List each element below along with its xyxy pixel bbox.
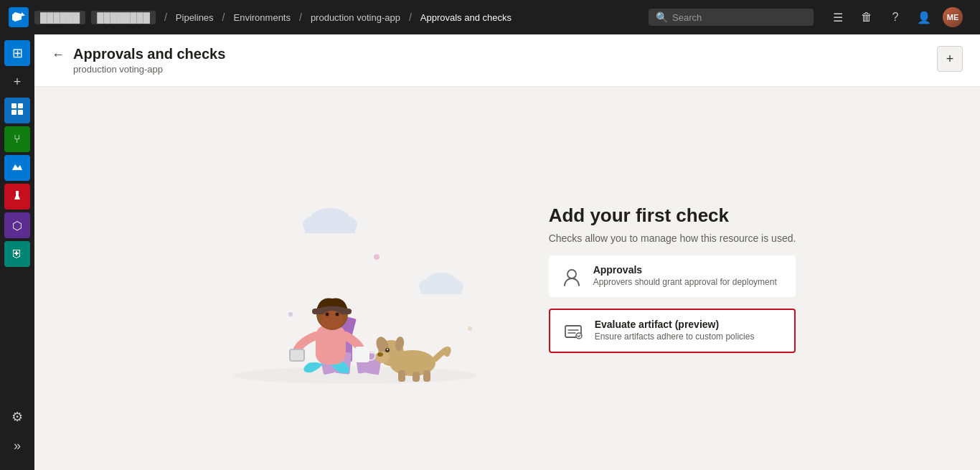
page-header: ← Approvals and checks production voting…: [34, 34, 980, 87]
add-icon: +: [14, 75, 22, 90]
sidebar-item-home[interactable]: ⊞: [4, 40, 30, 66]
check-item-evaluate-artifact[interactable]: Evaluate artifact (preview) Ensure artif…: [549, 309, 796, 353]
main-content: Add your first check Checks allow you to…: [34, 87, 980, 470]
svg-rect-0: [11, 103, 17, 108]
empty-state-subheading: Checks allow you to manage how this reso…: [549, 232, 796, 244]
illustration: [219, 171, 491, 386]
svg-point-15: [468, 326, 472, 331]
expand-icon: »: [14, 438, 21, 453]
notifications-icon[interactable]: ☰: [828, 7, 848, 27]
evaluate-artifact-text: Evaluate artifact (preview) Ensure artif…: [595, 319, 755, 342]
user-avatar[interactable]: ME: [943, 7, 963, 27]
org-name-1[interactable]: ██████: [34, 11, 85, 24]
breadcrumb-voting-app[interactable]: production voting-app: [311, 12, 400, 23]
breadcrumb-pipelines[interactable]: Pipelines: [176, 12, 214, 23]
account-icon[interactable]: 👤: [914, 7, 934, 27]
svg-point-33: [387, 349, 388, 350]
svg-rect-35: [413, 372, 420, 382]
svg-point-40: [321, 311, 344, 329]
pipelines-icon: [11, 160, 24, 176]
svg-rect-34: [398, 370, 405, 382]
breadcrumb-sep-2: /: [220, 11, 228, 23]
sidebar-item-artifacts[interactable]: ⬡: [4, 212, 30, 238]
page-title-wrap: Approvals and checks production voting-a…: [73, 46, 225, 75]
evaluate-artifact-title: Evaluate artifact (preview): [595, 319, 755, 330]
approvals-icon: [560, 265, 583, 288]
empty-state-heading: Add your first check: [549, 205, 796, 227]
svg-rect-3: [18, 110, 23, 115]
boards-icon: [11, 103, 24, 119]
breadcrumb-sep-3: /: [296, 11, 305, 23]
add-check-button[interactable]: +: [937, 46, 963, 72]
evaluate-artifact-desc: Ensure artifacts adhere to custom polici…: [595, 332, 755, 342]
page-header-left: ← Approvals and checks production voting…: [52, 46, 225, 75]
approvals-text: Approvals Approvers should grant approva…: [593, 264, 777, 287]
left-sidebar: ⊞ + ⑂: [0, 34, 34, 470]
artifacts-icon: ⬡: [12, 219, 22, 232]
sidebar-item-expand[interactable]: »: [4, 433, 30, 459]
svg-rect-45: [355, 347, 369, 362]
nav-icons: ☰ 🗑 ? 👤 ME: [819, 7, 971, 27]
svg-rect-12: [420, 285, 462, 294]
help-icon[interactable]: ?: [885, 7, 905, 27]
svg-rect-8: [305, 223, 355, 233]
approvals-title: Approvals: [593, 264, 777, 276]
testplans-icon: [11, 189, 24, 205]
sidebar-item-testplans[interactable]: [4, 184, 30, 210]
svg-rect-1: [18, 103, 23, 108]
search-bar[interactable]: 🔍: [649, 9, 814, 26]
svg-point-41: [325, 313, 329, 316]
svg-point-4: [233, 367, 477, 384]
sidebar-item-settings[interactable]: ⚙: [4, 404, 30, 430]
svg-rect-36: [423, 370, 430, 382]
svg-point-42: [335, 313, 339, 316]
sidebar-item-pipelines[interactable]: [4, 155, 30, 181]
search-input[interactable]: [672, 12, 806, 23]
breadcrumb-sep-4: /: [406, 11, 415, 23]
check-item-approvals[interactable]: Approvals Approvers should grant approva…: [549, 255, 796, 297]
empty-state-illustration: [219, 171, 491, 386]
sidebar-item-boards[interactable]: [4, 98, 30, 123]
settings-icon: ⚙: [11, 409, 23, 425]
svg-point-48: [576, 333, 582, 339]
svg-point-13: [374, 254, 380, 260]
svg-point-14: [288, 312, 293, 316]
evaluate-artifact-icon: [562, 320, 585, 343]
page-title: Approvals and checks: [73, 46, 225, 62]
breadcrumb-sep-1: /: [161, 11, 170, 23]
home-icon: ⊞: [12, 45, 23, 61]
breadcrumb-approvals[interactable]: Approvals and checks: [420, 12, 512, 23]
top-nav: ██████ ████████ / Pipelines / Environmen…: [0, 0, 980, 34]
sidebar-item-add[interactable]: +: [4, 69, 30, 95]
search-icon: 🔍: [656, 11, 668, 23]
sidebar-item-repos[interactable]: ⑂: [4, 126, 30, 152]
org-name-2[interactable]: ████████: [91, 11, 156, 24]
sidebar-item-security[interactable]: ⛨: [4, 241, 30, 267]
svg-point-46: [567, 270, 576, 278]
breadcrumb-environments[interactable]: Environments: [234, 12, 291, 23]
security-icon: ⛨: [11, 248, 23, 260]
basket-icon[interactable]: 🗑: [857, 7, 877, 27]
content-area: ← Approvals and checks production voting…: [34, 34, 980, 470]
svg-rect-2: [11, 110, 17, 115]
main-layout: ⊞ + ⑂: [0, 34, 980, 470]
back-button[interactable]: ←: [52, 47, 65, 62]
azure-devops-logo[interactable]: [9, 7, 29, 27]
svg-point-31: [377, 352, 383, 357]
approvals-desc: Approvers should grant approval for depl…: [593, 277, 777, 287]
svg-rect-44: [291, 350, 303, 360]
repos-icon: ⑂: [14, 133, 21, 146]
check-panel: Add your first check Checks allow you to…: [549, 205, 796, 353]
page-subtitle: production voting-app: [73, 64, 225, 75]
svg-rect-37: [316, 325, 346, 365]
